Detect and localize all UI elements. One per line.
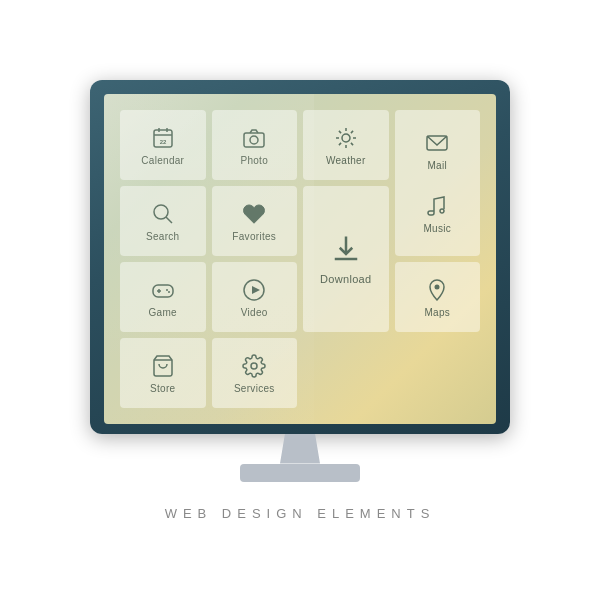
gear-icon (242, 354, 266, 378)
tile-download-label: Download (320, 273, 371, 285)
svg-line-13 (351, 142, 353, 144)
tile-game[interactable]: Game (120, 262, 206, 332)
svg-line-19 (166, 217, 172, 223)
tile-mail-label: Mail (427, 160, 447, 171)
tile-search-label: Search (146, 231, 180, 242)
svg-point-18 (154, 205, 168, 219)
tile-favorites-label: Favorites (232, 231, 276, 242)
tile-weather-label: Weather (326, 155, 366, 166)
svg-line-12 (339, 130, 341, 132)
svg-point-30 (251, 363, 257, 369)
heart-icon (242, 202, 266, 226)
play-icon (242, 278, 266, 302)
tile-weather[interactable]: Weather (303, 110, 389, 180)
tile-music[interactable]: Music (423, 194, 451, 234)
gamepad-icon (151, 278, 175, 302)
download-icon (331, 234, 361, 264)
tile-game-label: Game (149, 307, 177, 318)
tile-store[interactable]: Store (120, 338, 206, 408)
tile-favorites[interactable]: Favorites (212, 186, 298, 256)
cart-icon (151, 354, 175, 378)
svg-point-24 (166, 289, 168, 291)
svg-text:22: 22 (159, 139, 166, 145)
tile-mail[interactable]: Mail (425, 131, 449, 171)
tile-download[interactable]: Download (303, 186, 389, 332)
monitor-screen: 22 Calendar Photo (104, 94, 496, 424)
tile-video[interactable]: Video (212, 262, 298, 332)
monitor: 22 Calendar Photo (90, 80, 510, 434)
tile-calendar[interactable]: 22 Calendar (120, 110, 206, 180)
pin-icon (425, 278, 449, 302)
tile-photo[interactable]: Photo (212, 110, 298, 180)
tile-maps-label: Maps (424, 307, 450, 318)
tile-maps[interactable]: Maps (395, 262, 481, 332)
svg-point-7 (342, 134, 350, 142)
tile-services[interactable]: Services (212, 338, 298, 408)
svg-line-15 (339, 142, 341, 144)
page-title: WEB DESIGN ELEMENTS (165, 506, 436, 521)
svg-rect-5 (244, 133, 264, 147)
camera-icon (242, 126, 266, 150)
svg-rect-21 (153, 285, 173, 297)
monitor-wrapper: 22 Calendar Photo (90, 80, 510, 521)
tile-store-label: Store (150, 383, 175, 394)
calendar-icon: 22 (151, 126, 175, 150)
tile-search[interactable]: Search (120, 186, 206, 256)
svg-point-6 (250, 136, 258, 144)
mail-icon (425, 131, 449, 155)
sun-icon (334, 126, 358, 150)
tile-calendar-label: Calendar (141, 155, 184, 166)
svg-point-17 (440, 209, 444, 213)
svg-point-28 (435, 284, 440, 289)
tile-services-label: Services (234, 383, 275, 394)
svg-marker-27 (252, 286, 260, 294)
tile-photo-label: Photo (240, 155, 268, 166)
tile-video-label: Video (241, 307, 268, 318)
tile-mail-music: Mail Music (395, 110, 481, 256)
monitor-base (240, 464, 360, 482)
tile-music-label: Music (423, 223, 451, 234)
monitor-neck (275, 434, 325, 464)
svg-point-25 (168, 291, 170, 293)
search-icon (151, 202, 175, 226)
music-icon (425, 194, 449, 218)
svg-line-14 (351, 130, 353, 132)
